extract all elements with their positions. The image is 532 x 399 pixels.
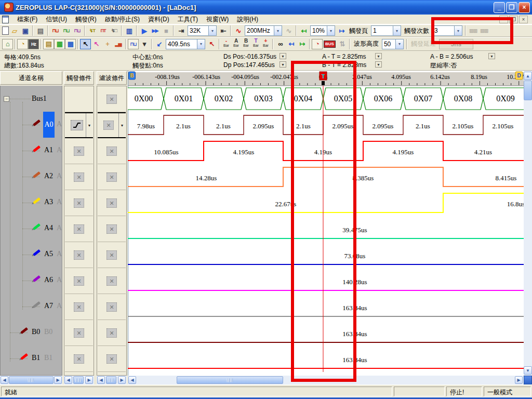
trigger-mark-2-icon[interactable]: ΠT [98, 25, 109, 36]
navigator-icon[interactable]: ▩ [65, 39, 76, 49]
t-bar-icon[interactable]: TBar [251, 38, 261, 50]
menu-item-3[interactable]: 啟動/停止(S) [101, 14, 144, 25]
trigger-pos-right-icon[interactable]: ↦ [336, 25, 347, 36]
menu-item-7[interactable]: 說明(H) [233, 14, 262, 25]
menu-item-6[interactable]: 視窗(W) [202, 14, 233, 25]
waveform-view-icon[interactable]: ▤ [43, 39, 54, 49]
waveform-canvas[interactable]: -008.19us-006.143us-004.095us-002.047us0… [128, 71, 524, 376]
zoom-to-trigger-icon[interactable]: ↖ [206, 39, 217, 49]
open-file-icon[interactable]: ▱ [9, 25, 20, 36]
empty-cell[interactable]: ✕ [98, 372, 126, 376]
sampling-freq-select[interactable]: 200MHz▼ [245, 25, 282, 36]
filter-scroll-left[interactable]: ◀ [97, 376, 105, 384]
print-icon[interactable]: ▤ [35, 25, 46, 36]
stack-panel-icon[interactable]: ▥▥ [468, 25, 478, 36]
trigger-setup-icon[interactable]: ⊓⊔ [61, 25, 72, 36]
home-icon[interactable]: ⌂ [2, 39, 13, 49]
clock-icon[interactable]: ◔ [17, 39, 28, 49]
channel-label-A7[interactable]: A7 [44, 302, 53, 310]
channel-tree[interactable]: −Bus1A0A0A1A1A2A2A3A3A4A4A5A5A6A6A7A7B0B… [0, 86, 62, 376]
frequency-icon[interactable]: Hz [28, 39, 39, 49]
trigger-cell-A3[interactable]: ✕ [65, 190, 93, 216]
trigger-cell-A2[interactable]: ✕ [65, 164, 93, 190]
pointer-tool-icon[interactable]: ↖ [80, 39, 91, 49]
find-icon[interactable]: ∞ [275, 39, 286, 49]
ext-clock-icon[interactable]: ∿ [283, 25, 294, 36]
trigger-pos-left-icon[interactable]: ↤ [298, 25, 309, 36]
info-dropdown-0[interactable]: ▼ [280, 53, 286, 59]
zoom-restore-icon[interactable]: ↙ [154, 39, 165, 49]
sample-depth-select[interactable]: 32K▼ [188, 25, 217, 36]
channel-label-A6[interactable]: A6 [44, 276, 53, 284]
minimize-button[interactable]: _ [494, 2, 505, 13]
remove-bar-icon[interactable]: -Bar [221, 38, 231, 50]
trigger-scroll-thumb[interactable] [73, 376, 84, 384]
channel-label-B0[interactable]: B0 [32, 328, 40, 336]
trigger-count-select[interactable]: 3▼ [432, 25, 462, 36]
filter-cell-A1[interactable]: ✕ [98, 138, 126, 164]
run-repeat-icon[interactable]: ▶▶ [150, 25, 161, 36]
prev-memory-icon[interactable]: ⇥ [176, 25, 187, 36]
refresh-time-icon[interactable]: ◔ [312, 39, 323, 49]
save-icon[interactable]: ▣ [20, 25, 31, 36]
channel-label-A4[interactable]: A4 [44, 224, 53, 232]
trigger-position-select[interactable]: 10%▼ [310, 25, 335, 36]
filter-cell-A2[interactable]: ✕ [98, 164, 126, 190]
bus-width-icon[interactable]: BUS [324, 41, 336, 48]
listing-view-icon[interactable]: ▦ [54, 39, 65, 49]
channel-label-A1[interactable]: A1 [44, 146, 53, 154]
trigger-cell-A0[interactable]: ▼ [65, 112, 93, 138]
info-dropdown-4[interactable]: ▼ [488, 53, 495, 59]
close-button[interactable]: × [518, 2, 530, 13]
trigger-mark-1-icon[interactable]: ↯T [87, 25, 98, 36]
wave-scroll-thumb[interactable] [177, 376, 283, 384]
filter-cell-bus[interactable]: ✕ [98, 86, 126, 112]
trigger-cell-B1[interactable]: ✕ [65, 346, 93, 372]
a-bar-icon[interactable]: ABar [231, 38, 241, 50]
trigger-condition-column[interactable]: ▼✕✕✕✕✕✕✕✕✕✕ [64, 86, 94, 376]
filter-cell-A0[interactable]: ✕▼ [98, 112, 126, 138]
trigger-scroll-left[interactable]: ◀ [64, 376, 72, 384]
mdi-minimize-button[interactable]: — [499, 16, 508, 23]
filter-condition-column[interactable]: ✕✕▼✕✕✕✕✕✕✕✕✕✕ [97, 86, 127, 376]
run-icon[interactable]: ▶ [139, 25, 150, 36]
hand-tool-icon[interactable]: + [102, 39, 113, 49]
filter-cell-A4[interactable]: ✕ [98, 216, 126, 242]
trigger-cell-A1[interactable]: ✕ [65, 138, 93, 164]
trigger-cell-bus[interactable] [65, 86, 93, 112]
filter-cell-A3[interactable]: ✕ [98, 190, 126, 216]
trigger-cell-A4[interactable]: ✕ [65, 216, 93, 242]
trigger-page-select[interactable]: 1▼ [371, 25, 401, 36]
vertical-scroll-thumb[interactable] [524, 81, 532, 100]
sampling-freq-icon[interactable]: ∿ [233, 25, 244, 36]
filter-cell-A5[interactable]: ✕ [98, 242, 126, 268]
tree-scroll-right[interactable]: ▶ [54, 376, 62, 384]
sampling-setup-icon[interactable]: ⊓⊔ [50, 25, 61, 36]
prev-edge-icon[interactable]: ↤ [286, 39, 297, 49]
trigger-cell-A7[interactable]: ✕ [65, 294, 93, 320]
channel-label-A3[interactable]: A3 [44, 198, 53, 206]
wave-display-dropdown-icon[interactable]: ▾ [139, 39, 150, 49]
menu-item-4[interactable]: 資料(D) [144, 14, 174, 25]
filter-cell-A6[interactable]: ✕ [98, 268, 126, 294]
bus-analysis-icon[interactable]: ▥ [124, 25, 135, 36]
trigger-mark-3-icon[interactable]: ↯□ [109, 25, 119, 36]
bus-updown-icon[interactable]: ⇅ [337, 39, 348, 49]
add-bar-icon[interactable]: +Bar [261, 38, 271, 50]
trigger-cell-A5[interactable]: ✕ [65, 242, 93, 268]
tree-scroll-thumb[interactable] [9, 376, 54, 384]
menu-item-5[interactable]: 工具(T) [174, 14, 202, 25]
bus-name-label[interactable]: Bus1 [32, 95, 47, 103]
channel-label-B1[interactable]: B1 [32, 354, 40, 362]
filter-cell-B1[interactable]: ✕ [98, 346, 126, 372]
cell-dropdown[interactable]: ▼ [118, 113, 125, 137]
scroll-up-button[interactable]: ▲ [524, 72, 532, 80]
info-dropdown-2[interactable]: ▼ [375, 53, 382, 59]
mdi-close-button[interactable]: × [519, 16, 528, 23]
channel-label-A0-selected[interactable]: A0 [43, 112, 55, 138]
menu-item-0[interactable]: 檔案(F) [13, 14, 42, 25]
filter-scroll-thumb[interactable] [106, 376, 116, 384]
time-div-select[interactable]: 409.5ns▼ [166, 39, 205, 49]
wave-scroll-right[interactable]: ▶ [515, 376, 523, 384]
statistics-icon[interactable]: ▂▅ [113, 39, 124, 49]
